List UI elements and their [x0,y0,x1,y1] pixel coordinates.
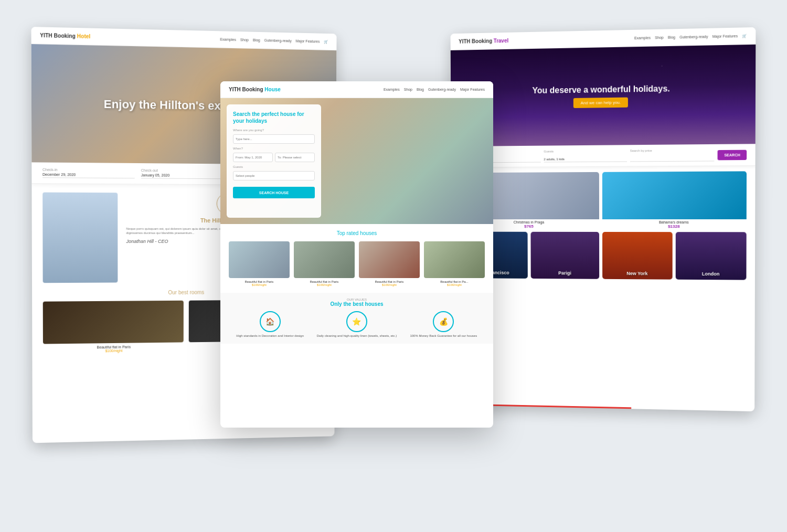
help-button[interactable]: And we can help you. [573,98,629,108]
house-image-2 [294,241,355,278]
search-house-button[interactable]: SEARCH HOUSE [233,187,315,198]
newyork-image: New York [602,232,672,280]
house-nav-links: Examples Shop Blog Gutenberg-ready Major… [384,88,485,91]
travel-search-button[interactable]: SEARCH [718,150,747,160]
values-grid: 🏠 High standards in Decoration and Inter… [229,311,485,338]
house-hero: Search the perfect house for your holida… [220,98,493,224]
house-card: YITH Booking House Examples Shop Blog Gu… [220,81,493,428]
paris-image: Parigi [530,232,599,279]
travel-search-bar: Date Guests Search by price SEARCH [451,144,756,167]
dest-paris: Parigi [530,232,599,279]
dest-newyork: New York [602,232,672,280]
travel-price-input[interactable] [630,155,715,162]
room-card-1: Beautiful flat in Paris $100/night [43,301,184,354]
bottom-destinations: San Francisco Parigi New York London [460,232,747,280]
decoration-icon: 🏠 [260,311,281,332]
stars-background [451,45,756,146]
hotel-about-image [42,193,118,283]
travel-logo: YITH Booking Travel [459,38,508,45]
house-card-4: Beautiful flat in Pa... $100/night [424,241,485,286]
travel-destinations: Christmas in Praga $765 Bahama's dreams … [451,166,756,285]
house-image-1 [229,241,290,278]
value-item-2: ⭐ Daily cleaning and high-quality linen … [315,311,398,338]
hotel-nav-links: Examples Shop Blog Gutenberg-ready Major… [220,37,328,44]
house-navbar: YITH Booking House Examples Shop Blog Gu… [220,81,493,98]
where-field: Where are you going? [233,129,315,144]
house-logo: YITH Booking House [229,87,281,92]
travel-nav-links: Examples Shop Blog Gutenberg-ready Major… [634,34,747,40]
room-image-1 [43,301,184,344]
value-item-1: 🏠 High standards in Decoration and Inter… [229,311,311,338]
top-destinations: Christmas in Praga $765 Bahama's dreams … [459,171,747,229]
house-card-2: Beautiful flat in Paris $100/night [294,241,355,286]
london-image: London [675,232,746,280]
travel-card: YITH Booking Travel Examples Shop Blog G… [451,27,756,411]
guests-input[interactable] [233,171,315,180]
house-image-3 [359,241,420,278]
travel-guests-input[interactable] [544,156,626,162]
dest-bahamas: Bahama's dreams $1328 [602,171,747,229]
house-top-rated: Top rated houses Beautiful flat in Paris… [220,224,493,293]
hotel-logo: YITH Booking Hotel [40,33,90,39]
dest-london: London [675,232,746,280]
when-field: When? [233,147,315,162]
houses-grid: Beautiful flat in Paris $100/night Beaut… [229,241,485,286]
house-card-1: Beautiful flat in Paris $100/night [229,241,290,286]
guests-field: Guests [233,165,315,180]
where-input[interactable] [233,134,315,144]
cleaning-icon: ⭐ [346,311,367,332]
house-image-4 [424,241,485,278]
guarantee-icon: 💰 [433,311,454,332]
travel-hero: You deserve a wonderful holidays. And we… [451,45,756,146]
value-item-3: 💰 100% Money Back Guarantee for all our … [402,311,485,338]
checkin-field: Check-in December 29, 2020 [42,168,135,178]
to-input[interactable] [275,153,315,162]
from-input[interactable] [233,153,273,162]
bahamas-image [602,171,747,219]
travel-price-field: Search by price [630,148,715,162]
travel-guests-field: Guests [544,149,626,162]
house-card-3: Beautiful flat in Paris $100/night [359,241,420,286]
house-search-panel: Search the perfect house for your holida… [227,104,321,218]
checkout-field: Check-out January 05, 2020 [141,168,231,179]
house-values: OUR VALUES Only the best houses 🏠 High s… [220,293,493,344]
